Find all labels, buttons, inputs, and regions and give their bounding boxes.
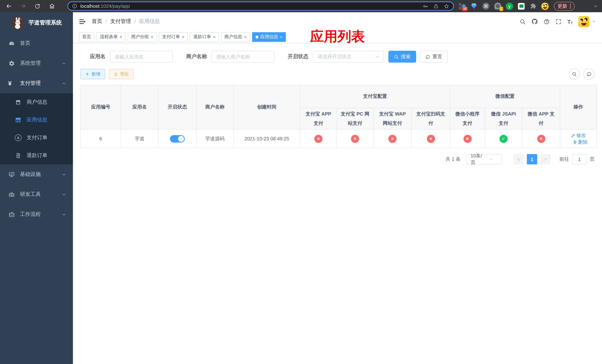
tab-home[interactable]: 首页 [79,32,94,42]
update-label: 更新 [558,3,567,10]
reset-button[interactable]: 重置 [420,51,448,63]
app-name-input[interactable] [110,51,173,63]
refresh-table-button[interactable] [583,68,595,80]
search-icon[interactable] [520,18,526,25]
close-icon[interactable] [244,35,247,39]
alipay-qr-status-icon: × [427,135,435,143]
enabled-switch[interactable] [170,135,185,143]
dashboard-icon [8,40,15,46]
col-alipay-app: 支付宝 APP 支付 [300,108,337,130]
sidebar-item-system[interactable]: 系统管理 [0,53,73,73]
extension-chat-icon[interactable] [517,2,525,10]
browser-reload-button[interactable] [32,1,42,11]
sidebar-item-label: 工作流程 [20,211,41,218]
search-button[interactable]: 搜索 [388,51,416,63]
payment-submenu: 商户信息 应用信息 ¥ 支付订单 退款订单 [0,93,73,164]
sidebar: 芋道管理系统 首页 系统管理 ¥ 支付管理 商户信息 [0,12,73,364]
sidebar-item-workflow[interactable]: 工作流程 [0,204,73,225]
top-navbar: 首页 / 支付管理 / 应用信息 TT [73,12,602,31]
toolbar-overflow-caret-icon[interactable] [593,3,598,9]
browser-update-button[interactable]: 更新 [554,2,575,11]
col-app-name: 应用名 [121,85,158,130]
chevron-up-icon [62,81,66,86]
share-icon[interactable] [433,3,439,9]
edit-link-label: 修改 [576,132,586,139]
password-key-icon[interactable] [422,3,428,9]
help-question-icon[interactable] [544,18,550,25]
page-number-button[interactable]: 1 [527,154,537,165]
close-icon[interactable] [119,35,122,39]
profile-emoji-avatar[interactable] [541,2,549,10]
sidebar-item-home[interactable]: 首页 [0,33,73,53]
tab-label: 首页 [82,34,91,40]
grid-icon [15,117,22,123]
browser-forward-button[interactable] [18,1,28,11]
close-icon[interactable] [151,35,153,39]
fullscreen-icon[interactable] [556,18,562,25]
store-icon [15,99,22,105]
next-page-button[interactable] [540,154,550,165]
goto-label: 前往 [559,156,569,163]
sidebar-item-refund-order[interactable]: 退款订单 [0,147,73,164]
breadcrumb-payment[interactable]: 支付管理 [110,18,131,25]
sidebar-item-pay-order[interactable]: ¥ 支付订单 [0,129,73,147]
wx-app-status-icon: × [537,135,545,143]
sidebar-item-payment[interactable]: ¥ 支付管理 [0,73,73,93]
export-button[interactable]: 导出 [109,69,134,79]
tab-pay-order[interactable]: 支付订单 [159,32,188,42]
delete-link[interactable]: 删除 [573,139,588,146]
extension-command-icon[interactable] [482,2,489,10]
alipay-app-status-icon: × [314,135,322,143]
breadcrumb-separator: / [106,19,107,24]
tab-app-info[interactable]: 应用信息 [252,32,286,42]
user-menu[interactable] [578,16,596,27]
address-bar[interactable]: localhost:1024/pay/app [67,1,454,11]
close-icon[interactable] [182,35,184,39]
tab-refund-order[interactable]: 退款订单 [190,32,219,42]
browser-home-button[interactable] [47,1,57,11]
page-size-value: 10条/页 [471,153,484,166]
tab-user-group[interactable]: 用户分组 [128,32,157,42]
tags-view-bar: 首页 流程表单 用户分组 支付订单 退款订单 商户信息 应用信息 [73,31,602,43]
yen-circle-icon: ¥ [15,134,22,141]
sidebar-item-app-info[interactable]: 应用信息 [0,111,73,129]
goto-page-input[interactable] [572,154,587,165]
col-alipay-wap: 支付宝 WAP 网站支付 [373,108,411,130]
toggle-search-button[interactable] [569,68,580,80]
page-size-select[interactable]: 10条/页 [466,154,502,165]
briefcase-icon [8,211,15,218]
prev-page-button[interactable] [514,154,524,165]
status-label: 开启状态 [283,53,313,60]
close-icon[interactable] [280,35,282,39]
sidebar-item-infrastructure[interactable]: 基础设施 [0,164,73,184]
bookmark-star-icon[interactable] [443,3,450,9]
table-toolbar: 新增 导出 [80,68,595,80]
extension-recorder-icon[interactable]: 1 [494,2,501,10]
close-icon[interactable] [213,35,215,39]
app-logo[interactable]: 芋道管理系统 [0,12,73,33]
merchant-name-input[interactable] [211,51,274,63]
browser-menu-dots-icon[interactable] [570,4,571,9]
add-button[interactable]: 新增 [80,69,105,79]
sidebar-collapse-icon[interactable] [79,18,86,25]
browser-back-button[interactable] [4,1,13,11]
github-icon[interactable] [531,18,538,25]
navbar-actions: TT [520,16,596,27]
add-button-label: 新增 [91,71,100,77]
edit-link[interactable]: 修改 [571,132,586,139]
font-size-icon[interactable]: TT [567,18,573,25]
extension-tiles-icon[interactable]: 10 [458,2,466,10]
site-info-icon[interactable] [72,3,77,9]
breadcrumb-home[interactable]: 首页 [92,18,102,25]
sidebar-item-label: 商户信息 [27,99,47,106]
sidebar-item-merchant-info[interactable]: 商户信息 [0,93,73,111]
status-select[interactable]: 请选择开启状态 [313,51,384,63]
extensions-puzzle-icon[interactable] [529,2,537,10]
extension-gem-icon[interactable] [470,2,478,10]
breadcrumb: 首页 / 支付管理 / 应用信息 [92,18,160,25]
extension-y-icon[interactable]: y [506,2,513,10]
plus-icon [85,72,90,76]
tab-process-form[interactable]: 流程表单 [97,32,126,42]
tab-merchant-info[interactable]: 商户信息 [221,32,250,42]
sidebar-item-dev-tools[interactable]: 研发工具 [0,184,73,204]
